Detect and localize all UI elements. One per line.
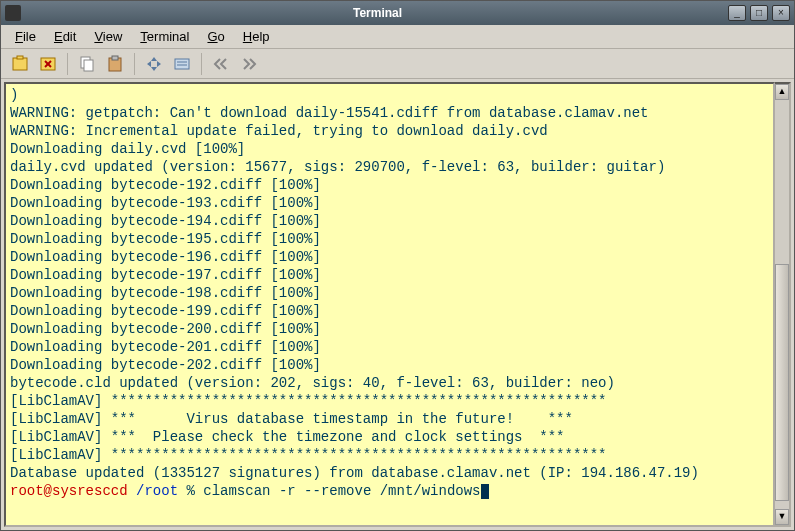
paste-icon[interactable] [102,52,128,76]
toolbar [1,49,794,79]
scrollbar[interactable]: ▲ ▼ [775,82,791,527]
svg-rect-6 [84,60,93,71]
terminal-line: Downloading bytecode-199.cdiff [100%] [10,302,769,320]
new-tab-icon[interactable] [7,52,33,76]
toolbar-separator [201,53,202,75]
terminal-line: Downloading bytecode-194.cdiff [100%] [10,212,769,230]
app-icon [5,5,21,21]
prompt-path: /root [136,483,178,499]
minimize-button[interactable]: _ [728,5,746,21]
terminal-line: Downloading bytecode-198.cdiff [100%] [10,284,769,302]
terminal-line: [LibClamAV] *** Virus database timestamp… [10,410,769,428]
toolbar-separator [67,53,68,75]
menu-file[interactable]: File [7,27,44,46]
terminal-line: daily.cvd updated (version: 15677, sigs:… [10,158,769,176]
scroll-track[interactable] [775,100,789,509]
cursor [481,484,489,499]
toolbar-separator [134,53,135,75]
scroll-thumb[interactable] [775,264,789,501]
menu-help[interactable]: Help [235,27,278,46]
terminal-area: )WARNING: getpatch: Can't download daily… [1,79,794,530]
terminal-line: Downloading bytecode-192.cdiff [100%] [10,176,769,194]
prompt-user: root@sysresccd [10,483,128,499]
terminal-line: Database updated (1335127 signatures) fr… [10,464,769,482]
terminal-line: ) [10,86,769,104]
terminal-line: Downloading bytecode-201.cdiff [100%] [10,338,769,356]
terminal-prompt-line[interactable]: root@sysresccd /root % clamscan -r --rem… [10,482,769,500]
terminal-window: Terminal _ □ × File Edit View Terminal G… [0,0,795,531]
terminal-line: Downloading bytecode-196.cdiff [100%] [10,248,769,266]
terminal-line: Downloading bytecode-195.cdiff [100%] [10,230,769,248]
next-tab-icon[interactable] [236,52,262,76]
menu-terminal[interactable]: Terminal [132,27,197,46]
terminal-line: Downloading bytecode-193.cdiff [100%] [10,194,769,212]
menu-edit[interactable]: Edit [46,27,84,46]
window-title: Terminal [27,6,728,20]
menu-view[interactable]: View [86,27,130,46]
terminal-line: Downloading bytecode-202.cdiff [100%] [10,356,769,374]
prev-tab-icon[interactable] [208,52,234,76]
prompt-symbol: % [186,483,194,499]
terminal-line: WARNING: getpatch: Can't download daily-… [10,104,769,122]
prompt-command: clamscan -r --remove /mnt/windows [203,483,480,499]
window-buttons: _ □ × [728,5,790,21]
terminal-output[interactable]: )WARNING: getpatch: Can't download daily… [4,82,775,527]
terminal-line: [LibClamAV] *** Please check the timezon… [10,428,769,446]
svg-rect-0 [13,58,27,70]
close-tab-icon[interactable] [35,52,61,76]
terminal-line: Downloading bytecode-197.cdiff [100%] [10,266,769,284]
copy-icon[interactable] [74,52,100,76]
terminal-line: [LibClamAV] ****************************… [10,446,769,464]
maximize-button[interactable]: □ [750,5,768,21]
svg-rect-9 [175,59,189,69]
svg-rect-8 [112,56,118,60]
fullscreen-icon[interactable] [141,52,167,76]
close-button[interactable]: × [772,5,790,21]
scroll-up-button[interactable]: ▲ [775,84,789,100]
settings-icon[interactable] [169,52,195,76]
menu-go[interactable]: Go [199,27,232,46]
terminal-line: Downloading bytecode-200.cdiff [100%] [10,320,769,338]
terminal-line: WARNING: Incremental update failed, tryi… [10,122,769,140]
menubar: File Edit View Terminal Go Help [1,25,794,49]
terminal-line: [LibClamAV] ****************************… [10,392,769,410]
terminal-line: Downloading daily.cvd [100%] [10,140,769,158]
titlebar[interactable]: Terminal _ □ × [1,1,794,25]
terminal-line: bytecode.cld updated (version: 202, sigs… [10,374,769,392]
scroll-down-button[interactable]: ▼ [775,509,789,525]
svg-rect-1 [17,56,23,59]
